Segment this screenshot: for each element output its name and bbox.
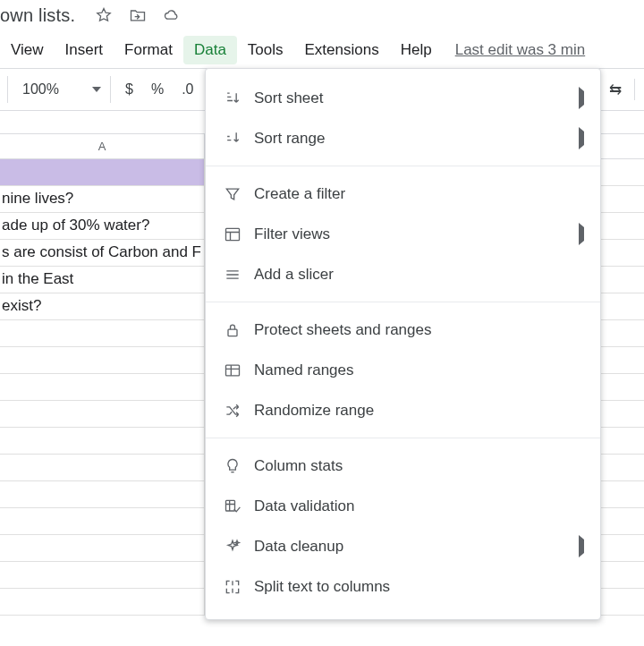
zoom-value: 100%: [22, 81, 59, 98]
menuitem-label: Add a slicer: [254, 266, 584, 284]
cell[interactable]: [0, 428, 205, 454]
menuitem-label: Split text to columns: [254, 578, 584, 596]
cell[interactable]: [0, 562, 205, 588]
menuitem-filter-views[interactable]: Filter views: [206, 214, 600, 254]
zoom-combo[interactable]: 100%: [13, 76, 105, 103]
menuitem-column-stats[interactable]: Column stats: [206, 446, 600, 486]
cell[interactable]: [0, 535, 205, 561]
menuitem-split-text[interactable]: Split text to columns: [206, 566, 600, 607]
split-icon: [224, 578, 254, 596]
menu-insert[interactable]: Insert: [55, 36, 114, 64]
svg-rect-1: [228, 329, 237, 336]
cell[interactable]: [0, 401, 205, 427]
menuitem-label: Filter views: [254, 225, 579, 243]
menu-tools[interactable]: Tools: [237, 36, 294, 64]
menuitem-add-slicer[interactable]: Add a slicer: [206, 254, 600, 294]
menuitem-named-ranges[interactable]: Named ranges: [206, 350, 600, 390]
bulb-icon: [224, 457, 254, 475]
menuitem-sort-sheet[interactable]: Sort sheet: [206, 78, 600, 118]
last-edit-link[interactable]: Last edit was 3 min: [455, 41, 586, 59]
cell[interactable]: [0, 508, 205, 534]
cell[interactable]: s are consist of Carbon and F: [0, 240, 205, 266]
cell[interactable]: [0, 481, 205, 507]
submenu-arrow-icon: [579, 540, 584, 553]
toolbar-separator: [110, 76, 111, 103]
titlebar: own lists.: [0, 0, 644, 27]
sort-sheet-icon: [224, 89, 254, 107]
cell[interactable]: [0, 347, 205, 373]
menuitem-label: Data validation: [254, 497, 584, 515]
cell[interactable]: ade up of 30% water?: [0, 213, 205, 239]
slicer-icon: [224, 266, 254, 284]
filter-icon: [224, 185, 254, 203]
sort-range-icon: [224, 130, 254, 148]
menuitem-data-cleanup[interactable]: Data cleanup: [206, 526, 600, 566]
format-percent-button[interactable]: %: [142, 76, 173, 103]
doc-title-fragment[interactable]: own lists.: [0, 5, 75, 26]
menu-extensions[interactable]: Extensions: [294, 36, 390, 64]
menuitem-data-validation[interactable]: Data validation: [206, 486, 600, 526]
menuitem-protect[interactable]: Protect sheets and ranges: [206, 310, 600, 350]
cell[interactable]: [0, 589, 205, 615]
move-folder-icon[interactable]: [129, 6, 147, 24]
menuitem-label: Sort sheet: [254, 89, 579, 107]
cloud-status-icon[interactable]: [163, 6, 181, 24]
svg-rect-2: [226, 365, 240, 376]
cell[interactable]: in the East: [0, 267, 205, 293]
column-header-a[interactable]: A: [0, 134, 205, 158]
sparkle-icon: [224, 538, 254, 556]
menuitem-label: Named ranges: [254, 361, 584, 379]
menu-format[interactable]: Format: [114, 36, 183, 64]
menubar: ViewInsertFormatDataToolsExtensionsHelpL…: [0, 32, 644, 68]
cell[interactable]: [0, 455, 205, 480]
toolbar-separator: [7, 76, 8, 103]
menuitem-label: Data cleanup: [254, 538, 579, 556]
menuitem-label: Protect sheets and ranges: [254, 321, 584, 339]
menu-help[interactable]: Help: [390, 36, 443, 64]
menuitem-sort-range[interactable]: Sort range: [206, 118, 600, 158]
menuitem-create-filter[interactable]: Create a filter: [206, 174, 600, 214]
submenu-arrow-icon: [579, 132, 584, 145]
menu-data[interactable]: Data: [183, 36, 237, 64]
text-rotation-icon[interactable]: ⇆: [609, 81, 622, 99]
cell[interactable]: nine lives?: [0, 186, 205, 212]
filter-views-icon: [224, 225, 254, 243]
cell[interactable]: exist?: [0, 293, 205, 319]
lock-icon: [224, 321, 254, 339]
cell[interactable]: [0, 159, 205, 185]
svg-rect-0: [226, 228, 240, 240]
menuitem-label: Create a filter: [254, 185, 584, 203]
menuitem-label: Column stats: [254, 457, 584, 475]
menu-view[interactable]: View: [0, 36, 55, 64]
menuitem-label: Randomize range: [254, 402, 584, 420]
svg-rect-3: [226, 500, 235, 511]
validation-icon: [224, 497, 254, 515]
menuitem-randomize[interactable]: Randomize range: [206, 390, 600, 430]
decrease-decimal-button[interactable]: .0: [173, 76, 202, 103]
submenu-arrow-icon: [579, 91, 584, 105]
menuitem-label: Sort range: [254, 130, 579, 148]
data-menu-dropdown: Sort sheetSort rangeCreate a filterFilte…: [205, 68, 601, 620]
chevron-down-icon: [92, 87, 101, 92]
cell[interactable]: [0, 374, 205, 400]
cell[interactable]: [0, 320, 205, 346]
toolbar-separator: [634, 79, 635, 100]
shuffle-icon: [224, 402, 254, 420]
named-ranges-icon: [224, 361, 254, 379]
star-icon[interactable]: [95, 6, 113, 24]
format-currency-button[interactable]: $: [116, 76, 142, 103]
submenu-arrow-icon: [579, 227, 584, 241]
